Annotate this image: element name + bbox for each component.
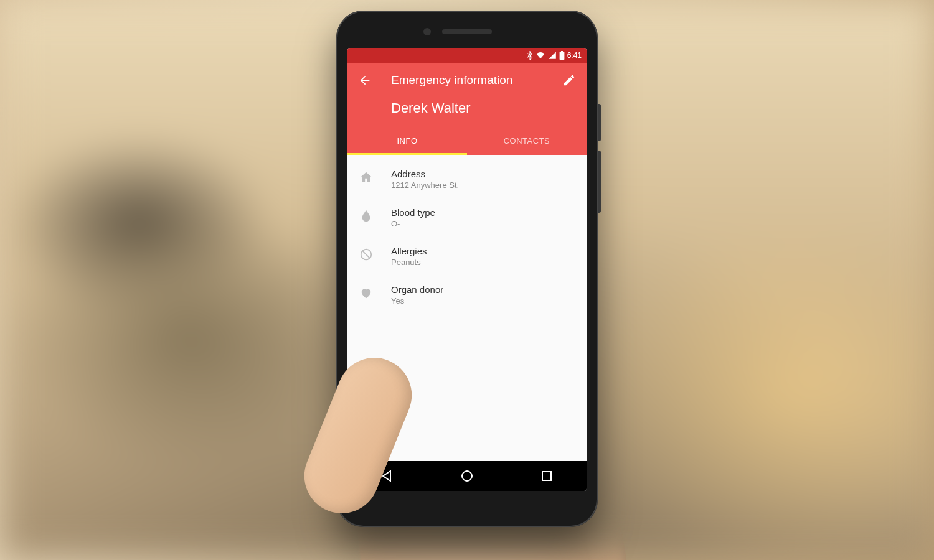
phone-speaker [442,29,492,34]
list-item-blood-type[interactable]: Blood type O- [347,198,587,237]
allergies-label: Allergies [391,246,427,256]
address-value: 1212 Anywhere St. [391,180,459,190]
info-list[interactable]: Address 1212 Anywhere St. Blood type O- [347,155,587,461]
blood-type-value: O- [391,219,435,228]
tab-info[interactable]: INFO [347,128,467,155]
list-item-address[interactable]: Address 1212 Anywhere St. [347,160,587,198]
edit-button[interactable] [562,73,577,88]
power-button [598,104,601,141]
status-bar: 6:41 [347,48,587,63]
blood-type-label: Blood type [391,207,435,218]
page-title: Emergency information [391,73,543,87]
home-icon [359,170,374,185]
tab-contacts[interactable]: CONTACTS [467,128,587,155]
triangle-back-icon [380,469,395,483]
square-recent-icon [539,469,554,483]
arrow-back-icon [358,73,372,87]
allergies-value: Peanuts [391,258,427,267]
nav-recent-button[interactable] [539,468,555,484]
back-button[interactable] [357,73,372,88]
svg-point-0 [462,471,472,481]
bluetooth-icon [527,51,533,60]
drop-icon [359,208,374,223]
nav-home-button[interactable] [459,468,475,484]
battery-icon [559,51,565,60]
nav-back-button[interactable] [379,468,395,484]
circle-home-icon [460,469,474,483]
person-name: Derek Walter [357,98,577,128]
tabs: INFO CONTACTS [347,128,587,155]
signal-icon [548,51,557,60]
heart-icon [359,286,374,301]
svg-rect-1 [542,472,551,480]
app-bar: Emergency information Derek Walter [347,63,587,128]
organ-donor-value: Yes [391,296,443,306]
phone-screen: 6:41 Emergency information Derek Walter … [347,48,587,491]
system-nav-bar [347,461,587,491]
pencil-icon [562,73,576,87]
phone-camera [423,28,431,35]
block-icon [359,247,374,262]
status-time: 6:41 [567,51,582,60]
list-item-allergies[interactable]: Allergies Peanuts [347,237,587,276]
wifi-icon [535,51,545,60]
list-item-organ-donor[interactable]: Organ donor Yes [347,276,587,314]
organ-donor-label: Organ donor [391,284,443,295]
phone-device: 6:41 Emergency information Derek Walter … [336,11,598,527]
volume-button [598,151,601,213]
address-label: Address [391,169,459,179]
